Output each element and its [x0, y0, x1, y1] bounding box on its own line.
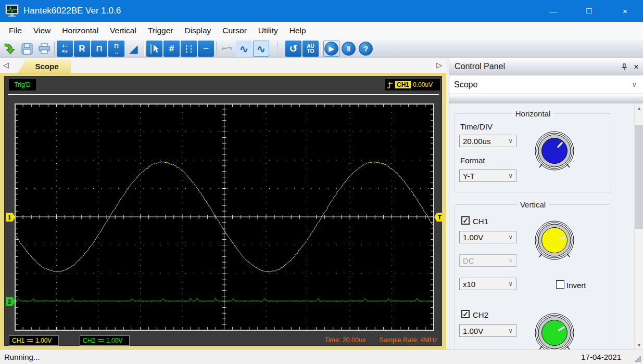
title-bar: Hantek6022BE Ver 1.0.6 — □ × [0, 0, 643, 22]
linear-interpolation-icon[interactable]: ∿ [236, 41, 252, 57]
menu-bar: File View Horizontal Vertical Trigger Di… [0, 22, 643, 40]
resize-grip[interactable] [639, 360, 641, 362]
reference-icon[interactable]: R [74, 41, 90, 57]
ch1-position-marker[interactable]: 1 [6, 213, 15, 222]
tab-scope[interactable]: Scope [18, 59, 71, 73]
ch2-scale-select[interactable]: 1.00V ∨ [459, 324, 516, 337]
scroll-up-icon[interactable]: ▴ [635, 103, 643, 112]
status-text: Running... [4, 353, 40, 361]
time-per-div: Time: 20.00us [324, 336, 365, 344]
undo-icon[interactable]: ↺ [285, 41, 301, 57]
timebase-readout: Time: 20.00us Sample Rate: 4MHz [324, 336, 437, 344]
status-date: 17-04-2021 [581, 353, 621, 361]
trigger-source-badge: CH1 [395, 81, 411, 88]
time-div-label: Time/DIV [460, 122, 493, 131]
grid-icon[interactable]: # [163, 41, 180, 57]
chevron-down-icon: ∨ [508, 327, 513, 334]
trigger-level-marker[interactable]: T [434, 213, 444, 222]
horizontal-group: Horizontal Time/DIV 20.00us ∨ Format Y-T… [455, 113, 611, 192]
waveform-plot[interactable] [15, 103, 434, 331]
menu-utility[interactable]: Utility [253, 22, 284, 40]
scope-panel: Trig'D CH1 0.00uV 1 2 T CH11.00V CH21.00… [0, 73, 446, 349]
ch1-scale-readout: CH11.00V [9, 335, 59, 346]
sample-rate: Sample Rate: 4MHz [379, 336, 437, 344]
save-icon[interactable] [19, 41, 35, 57]
control-panel-header: Control Panel × [449, 58, 643, 75]
ch2-vertical-knob[interactable] [534, 312, 575, 349]
open-icon[interactable] [2, 41, 18, 57]
pause-button[interactable]: Ⅱ [341, 41, 357, 57]
toolbar: +−×÷ R ⊓ ⊓‥ ◢ # ┆┆ ┄ ⌐¬ ∿ ∿ ↺ AUTO ▶ Ⅱ ? [0, 40, 643, 58]
trigger-status: Trig'D [9, 79, 36, 90]
start-button[interactable]: ▶ [323, 41, 339, 57]
control-panel: Control Panel × Scope ∨ Horizontal Time/… [449, 58, 643, 349]
menu-trigger[interactable]: Trigger [142, 22, 179, 40]
menu-cursor[interactable]: Cursor [217, 22, 253, 40]
vertical-cursors-icon[interactable]: ┆┆ [181, 41, 197, 57]
dc-coupling-icon [98, 339, 104, 343]
vertical-group: Vertical ✓ CH1 1.00V ∨ DC ∨ x10 ∨ Invert [455, 204, 611, 349]
menu-vertical[interactable]: Vertical [104, 22, 142, 40]
scope-widget: Trig'D CH1 0.00uV 1 2 T CH11.00V CH21.00… [4, 76, 442, 346]
ch2-scale-readout: CH21.00V [80, 335, 130, 346]
menu-file[interactable]: File [3, 22, 28, 40]
help-button[interactable]: ? [358, 41, 374, 57]
chevron-down-icon: ∨ [632, 81, 637, 88]
math-icon[interactable]: +−×÷ [57, 41, 73, 57]
toolbar-separator [144, 42, 144, 56]
toolbar-separator [277, 42, 278, 56]
ch2-position-marker[interactable]: 2 [6, 297, 15, 306]
panel-scrollbar[interactable]: ▴ ▾ [634, 103, 643, 349]
format-label: Format [460, 156, 485, 165]
panel-close-icon[interactable]: × [634, 62, 639, 71]
square-wave-alt-icon[interactable]: ⊓‥ [108, 41, 124, 57]
time-div-select[interactable]: 20.00us ∨ [459, 135, 516, 147]
horizontal-cursors-icon[interactable]: ┄ [198, 41, 214, 57]
panel-content: Horizontal Time/DIV 20.00us ∨ Format Y-T… [449, 103, 643, 349]
pin-icon[interactable] [621, 63, 627, 70]
chevron-down-icon: ∨ [508, 280, 513, 288]
toolbar-separator [54, 42, 55, 56]
invert-checkbox[interactable] [556, 280, 564, 289]
cursor-select-icon[interactable] [146, 41, 162, 57]
ch1-scale-select[interactable]: 1.00V ∨ [459, 231, 516, 243]
menu-horizontal[interactable]: Horizontal [56, 22, 104, 40]
ch1-checkbox[interactable]: ✓ [461, 216, 470, 225]
ramp-icon[interactable]: ◢ [125, 41, 142, 57]
control-panel-title: Control Panel [455, 62, 505, 71]
ch1-vertical-knob[interactable] [534, 219, 575, 261]
panel-mode-select[interactable]: Scope ∨ [449, 75, 643, 94]
trigger-indicator: CH1 0.00uV [385, 79, 440, 90]
ch1-checkbox-label: CH1 [473, 217, 488, 226]
menu-view[interactable]: View [28, 22, 56, 40]
chevron-down-icon: ∨ [508, 172, 513, 179]
trigger-level-value: 0.00uV [413, 81, 433, 88]
autoset-icon[interactable]: AUTO [302, 41, 319, 57]
tab-scroll-left-icon[interactable]: ◁ [3, 61, 9, 69]
sine-interpolation-icon[interactable]: ∿ [253, 41, 269, 57]
chevron-down-icon: ∨ [508, 137, 513, 145]
maximize-button[interactable]: □ [571, 0, 607, 22]
scroll-down-icon[interactable]: ▾ [635, 341, 643, 349]
application-window: Hantek6022BE Ver 1.0.6 — □ × File View H… [0, 0, 643, 364]
status-bar: Running... 17-04-2021 [0, 349, 643, 364]
minimize-button[interactable]: — [535, 0, 571, 22]
window-title: Hantek6022BE Ver 1.0.6 [23, 6, 121, 16]
ch2-checkbox[interactable]: ✓ [461, 310, 470, 318]
close-button[interactable]: × [607, 0, 643, 22]
chevron-down-icon: ∨ [508, 233, 513, 241]
panel-divider [449, 94, 643, 103]
scrollbar-thumb[interactable] [635, 125, 643, 229]
ch1-probe-select[interactable]: x10 ∨ [459, 278, 516, 290]
tab-scroll-right-icon[interactable]: ▷ [436, 61, 442, 69]
square-wave-icon[interactable]: ⊓ [91, 41, 107, 57]
horizontal-knob[interactable] [534, 130, 575, 172]
menu-display[interactable]: Display [179, 22, 217, 40]
print-icon[interactable] [36, 41, 52, 57]
format-select[interactable]: Y-T ∨ [459, 170, 516, 182]
app-icon [5, 4, 19, 18]
menu-help[interactable]: Help [284, 22, 312, 40]
dc-coupling-icon [27, 339, 33, 343]
step-interpolation-icon[interactable]: ⌐¬ [219, 41, 235, 57]
ch1-coupling-select: DC ∨ [459, 254, 516, 267]
